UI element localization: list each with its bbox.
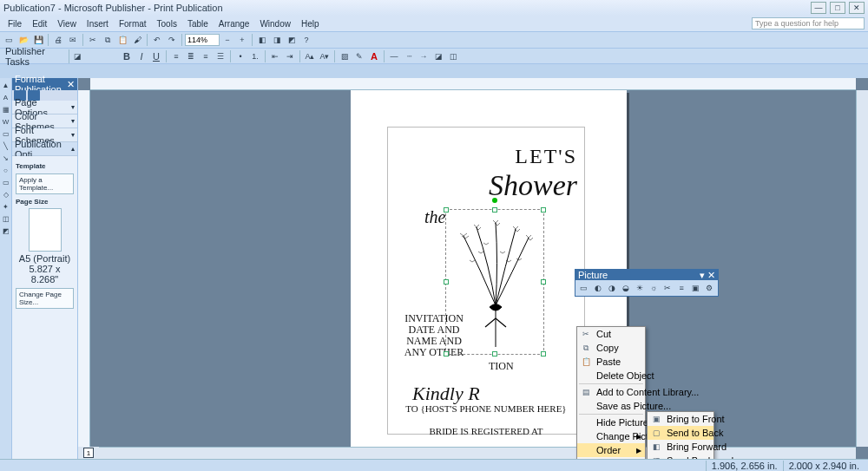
indent-increase-icon[interactable]: ⇥ (283, 49, 297, 63)
menu-edit[interactable]: Edit (28, 18, 51, 29)
text-shower[interactable]: Shower (489, 169, 577, 202)
ctx-send-back[interactable]: ▢Send to Back (648, 426, 713, 440)
numbering-icon[interactable]: 1. (248, 49, 262, 63)
indent-decrease-icon[interactable]: ⇤ (268, 49, 282, 63)
ctx-bring-front[interactable]: ▣Bring to Front (648, 412, 713, 426)
format-picture-icon[interactable]: ⚙ (703, 281, 716, 295)
rectangle-icon[interactable]: ▭ (1, 177, 11, 187)
bold-icon[interactable]: B (120, 49, 134, 63)
ctx-delete[interactable]: Delete Object (577, 369, 645, 383)
zoom-out-icon[interactable]: − (220, 33, 234, 47)
ctx-bring-forward[interactable]: ◧Bring Forward (648, 440, 713, 454)
apply-template-button[interactable]: Apply a Template... (16, 173, 74, 194)
vertical-scrollbar[interactable] (856, 90, 868, 447)
wordart-icon[interactable]: W (1, 116, 11, 127)
maximize-button[interactable]: □ (830, 2, 845, 14)
canvas[interactable]: LET'S Shower the INVITATION DATE AND NAM… (90, 90, 856, 447)
resize-handle[interactable] (492, 351, 497, 357)
mail-icon[interactable]: ✉ (66, 33, 80, 47)
menu-tools[interactable]: Tools (153, 18, 181, 29)
resize-handle[interactable] (541, 279, 546, 285)
zoom-in-icon[interactable]: + (235, 33, 249, 47)
toolbar-icon[interactable]: ◩ (285, 33, 299, 47)
line-style-icon[interactable]: — (387, 49, 401, 63)
picture-toolbar-dropdown-icon[interactable]: ▾ ✕ (700, 270, 715, 281)
change-pagesize-button[interactable]: Change Page Size... (16, 288, 74, 309)
line-icon[interactable]: ╲ (1, 141, 11, 151)
page-number[interactable]: 1 (83, 448, 94, 458)
text-the[interactable]: the (424, 207, 445, 227)
ctx-order[interactable]: Order▶ (577, 443, 645, 457)
textbox-icon[interactable]: A (1, 92, 11, 102)
horizontal-scrollbar[interactable] (90, 447, 856, 459)
underline-icon[interactable]: U (149, 49, 163, 63)
contrast-down-icon[interactable]: ◒ (619, 281, 632, 295)
text-to[interactable]: TO {HOST'S PHONE NUMBER HERE} (388, 403, 584, 414)
text-kindly[interactable]: Kindly R (412, 383, 480, 405)
item-library-icon[interactable]: ◩ (1, 226, 11, 236)
ctx-paste[interactable]: 📋Paste (577, 355, 645, 369)
brightness-down-icon[interactable]: ☼ (647, 281, 660, 295)
menu-arrange[interactable]: Arrange (214, 18, 254, 29)
bookmark-icon[interactable]: ✦ (1, 201, 11, 212)
table-icon[interactable]: ▦ (1, 104, 11, 114)
contrast-up-icon[interactable]: ◑ (605, 281, 618, 295)
text-bride[interactable]: BRIDE IS REGISTERED AT (388, 426, 584, 436)
pointer-icon[interactable]: ▲ (1, 80, 11, 90)
align-center-icon[interactable]: ≣ (184, 49, 198, 63)
copy-icon[interactable]: ⧉ (101, 33, 115, 47)
zoom-combo[interactable]: 114% (185, 34, 220, 46)
picture-icon[interactable]: ▭ (1, 128, 11, 139)
resize-handle[interactable] (541, 351, 546, 357)
page-navigator[interactable]: 1 (78, 447, 99, 459)
text-wrap-icon[interactable]: ▣ (689, 281, 702, 295)
arrow-icon[interactable]: ↘ (1, 153, 11, 163)
justify-icon[interactable]: ☰ (214, 49, 227, 63)
italic-icon[interactable]: I (135, 49, 148, 63)
oval-icon[interactable]: ○ (1, 165, 11, 175)
menu-view[interactable]: View (53, 18, 81, 29)
toolbar-icon[interactable]: ◧ (255, 33, 269, 47)
arrow-style-icon[interactable]: → (417, 49, 431, 63)
font-size-down-icon[interactable]: A▾ (318, 49, 332, 63)
ctx-copy[interactable]: ⧉Copy (577, 341, 645, 355)
menu-table[interactable]: Table (183, 18, 213, 29)
picture-toolbar[interactable]: Picture▾ ✕ ▭ ◐ ◑ ◒ ☀ ☼ ✂ ≡ ▣ ⚙ (575, 269, 719, 297)
resize-handle[interactable] (492, 207, 497, 213)
ctx-cut[interactable]: ✂Cut (577, 327, 645, 341)
line-style-icon[interactable]: ≡ (675, 281, 688, 295)
font-color-icon[interactable]: A (367, 49, 381, 63)
3d-icon[interactable]: ◫ (446, 49, 460, 63)
text-lets[interactable]: LET'S (515, 145, 577, 168)
toolbar-icon[interactable]: ◪ (70, 49, 84, 63)
selected-picture[interactable] (445, 209, 544, 355)
ctx-hide-toolbar[interactable]: Hide Picture Toolbar (577, 415, 645, 429)
menu-insert[interactable]: Insert (82, 18, 113, 29)
minimize-button[interactable]: — (811, 2, 826, 14)
task-pane-close-icon[interactable]: ✕ (67, 79, 75, 90)
sidebar-item-publication-options[interactable]: Publication Opti...▴ (12, 142, 77, 156)
cut-icon[interactable]: ✂ (86, 33, 100, 47)
autoshapes-icon[interactable]: ◇ (1, 189, 11, 200)
ctx-add-library[interactable]: ▤Add to Content Library... (577, 385, 645, 399)
resize-handle[interactable] (444, 279, 449, 285)
ctx-change-picture[interactable]: Change Picture▶ (577, 429, 645, 443)
close-button[interactable]: ✕ (849, 2, 865, 14)
toolbar-icon[interactable]: ◨ (270, 33, 284, 47)
color-icon[interactable]: ◐ (591, 281, 604, 295)
bullets-icon[interactable]: • (233, 49, 247, 63)
menu-file[interactable]: File (3, 18, 26, 29)
resize-handle[interactable] (541, 207, 546, 213)
shadow-icon[interactable]: ◪ (431, 49, 445, 63)
fill-color-icon[interactable]: ▨ (338, 49, 352, 63)
text-tion[interactable]: TION (489, 360, 514, 373)
align-right-icon[interactable]: ≡ (199, 49, 213, 63)
font-size-up-icon[interactable]: A▴ (303, 49, 317, 63)
redo-icon[interactable]: ↷ (165, 33, 179, 47)
align-left-icon[interactable]: ≡ (169, 49, 183, 63)
pagesize-thumbnail[interactable] (29, 208, 62, 252)
format-painter-icon[interactable]: 🖌 (130, 33, 144, 47)
resize-handle[interactable] (444, 207, 449, 213)
insert-picture-icon[interactable]: ▭ (577, 281, 590, 295)
rotate-handle[interactable] (492, 198, 497, 203)
